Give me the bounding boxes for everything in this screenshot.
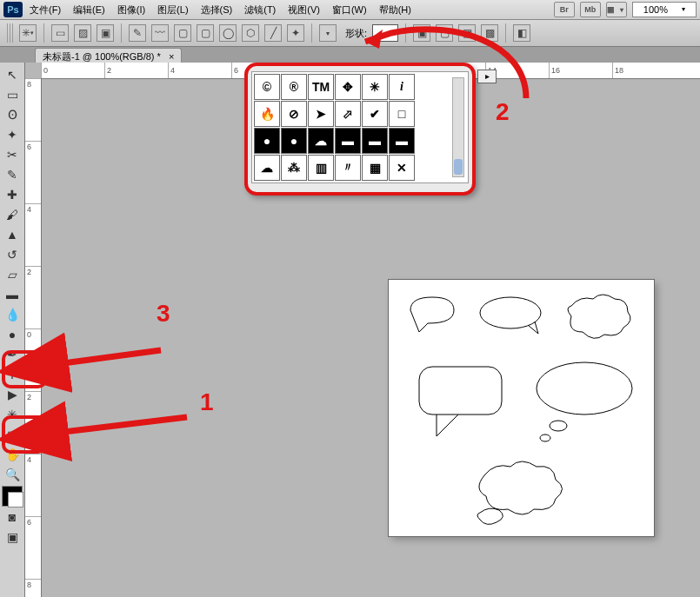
eraser-tool[interactable]: ▱: [1, 264, 23, 284]
shape-bubble1[interactable]: ●: [254, 128, 280, 154]
menu-layer[interactable]: 图层(L): [152, 3, 193, 17]
rounded-rect-icon[interactable]: ▢: [197, 24, 214, 42]
path-select-tool[interactable]: ▶: [1, 384, 23, 404]
shape-cross[interactable]: ✕: [389, 155, 415, 181]
brush-tool[interactable]: 🖌: [1, 204, 23, 224]
screenmode-tool[interactable]: ▣: [1, 527, 23, 547]
shape-fire[interactable]: 🔥: [254, 101, 280, 127]
shape-thought[interactable]: ☁: [254, 155, 280, 181]
gradient-tool[interactable]: ▬: [1, 284, 23, 304]
svg-point-4: [540, 434, 550, 441]
svg-line-5: [57, 417, 187, 433]
menu-select[interactable]: 选择(S): [196, 3, 238, 17]
wand-tool[interactable]: ✦: [1, 124, 23, 144]
mb-button[interactable]: Mb: [580, 2, 601, 17]
tab-close-icon[interactable]: ×: [169, 51, 174, 62]
svg-point-2: [537, 362, 632, 415]
right-toolbar: Br Mb ▦▾ 100%▾: [554, 2, 697, 17]
menu-filter[interactable]: 滤镜(T): [239, 3, 281, 17]
svg-line-6: [57, 350, 161, 364]
history-brush-tool[interactable]: ↺: [1, 244, 23, 264]
dodge-tool[interactable]: ●: [1, 324, 23, 344]
menu-help[interactable]: 帮助(H): [374, 3, 417, 17]
rect-icon[interactable]: ▢: [174, 24, 191, 42]
polygon-icon[interactable]: ⬡: [242, 24, 259, 42]
menu-view[interactable]: 视图(V): [283, 3, 325, 17]
annotation-2: 2: [496, 98, 510, 126]
freeform-pen-icon[interactable]: 〰: [151, 24, 169, 42]
line-icon[interactable]: ╱: [264, 24, 282, 42]
notes-tool[interactable]: ◻: [1, 424, 23, 444]
shape-bubble5[interactable]: ▬: [362, 128, 388, 154]
shape-bubble6[interactable]: ▬: [389, 128, 415, 154]
shape-copyright[interactable]: ©: [254, 74, 280, 100]
shape-cursor-solid[interactable]: ➤: [308, 101, 334, 127]
shape-diag[interactable]: 〃: [335, 155, 361, 181]
arrow-3: [43, 343, 165, 378]
pen-icon[interactable]: ✎: [129, 24, 146, 42]
menu-window[interactable]: 窗口(W): [327, 3, 372, 17]
grip-handle[interactable]: [7, 23, 14, 43]
shape-bubble3[interactable]: ☁: [308, 128, 334, 154]
annotation-1: 1: [200, 388, 214, 416]
ps-logo: Ps: [3, 2, 23, 17]
svg-point-3: [550, 421, 567, 431]
move-tool[interactable]: ↖: [1, 64, 23, 84]
color-swatch[interactable]: [2, 486, 23, 507]
custom-shape-icon[interactable]: ✦: [287, 24, 304, 42]
svg-rect-1: [419, 367, 502, 415]
annotation-3: 3: [157, 300, 170, 328]
layers-icon[interactable]: ▭: [51, 24, 69, 42]
shape-bubble4[interactable]: ▬: [335, 128, 361, 154]
zoom-tool[interactable]: 🔍: [1, 464, 23, 484]
blur-tool[interactable]: 💧: [1, 304, 23, 324]
shape-hatch[interactable]: ▦: [362, 155, 388, 181]
br-button[interactable]: Br: [554, 2, 575, 17]
shape-registered[interactable]: ®: [281, 74, 307, 100]
hand-tool[interactable]: ✋: [1, 444, 23, 464]
menu-edit[interactable]: 编辑(E): [68, 3, 110, 17]
type-tool[interactable]: T: [1, 364, 23, 384]
svg-point-0: [480, 297, 541, 328]
lasso-tool[interactable]: ʘ: [1, 104, 23, 124]
quickmask-tool[interactable]: ◙: [1, 507, 23, 527]
crop-tool[interactable]: ✂: [1, 144, 23, 164]
ruler-vertical: 864202468: [25, 78, 42, 597]
tool-preset[interactable]: ✳▾: [19, 24, 37, 42]
eyedropper-tool[interactable]: ✎: [1, 164, 23, 184]
ellipse-icon[interactable]: ◯: [219, 24, 237, 42]
shape-bubble2[interactable]: ●: [281, 128, 307, 154]
shape-dots[interactable]: ⁂: [281, 155, 307, 181]
menu-image[interactable]: 图像(I): [112, 3, 150, 17]
menu-file[interactable]: 文件(F): [24, 3, 66, 17]
toolbox: ↖ ▭ ʘ ✦ ✂ ✎ ✚ 🖌 ▲ ↺ ▱ ▬ 💧 ● ✒ T ▶ ✳ ◻ ✋ …: [0, 63, 25, 597]
geometry-options-icon[interactable]: ▾: [319, 24, 337, 42]
shape-no[interactable]: ⊘: [281, 101, 307, 127]
screen-mode-button[interactable]: ▦▾: [606, 2, 627, 17]
zoom-level[interactable]: 100%▾: [632, 2, 697, 17]
fill-icon[interactable]: ▣: [97, 24, 114, 42]
editor-stage: 02468101214161820 864202468 ▸: [25, 63, 700, 597]
shape-stripes[interactable]: ▥: [308, 155, 334, 181]
tab-title: 未标题-1 @ 100%(RGB/8) *: [43, 51, 161, 62]
arrow-2: [348, 16, 539, 120]
pen-tool[interactable]: ✒: [1, 344, 23, 364]
custom-shape-tool[interactable]: ✳: [1, 404, 23, 424]
shape-trademark[interactable]: TM: [308, 74, 334, 100]
healing-tool[interactable]: ✚: [1, 184, 23, 204]
stamp-tool[interactable]: ▲: [1, 224, 23, 244]
paths-icon[interactable]: ▨: [74, 24, 91, 42]
document-canvas[interactable]: [389, 280, 654, 536]
arrow-1: [43, 408, 191, 452]
marquee-tool[interactable]: ▭: [1, 84, 23, 104]
